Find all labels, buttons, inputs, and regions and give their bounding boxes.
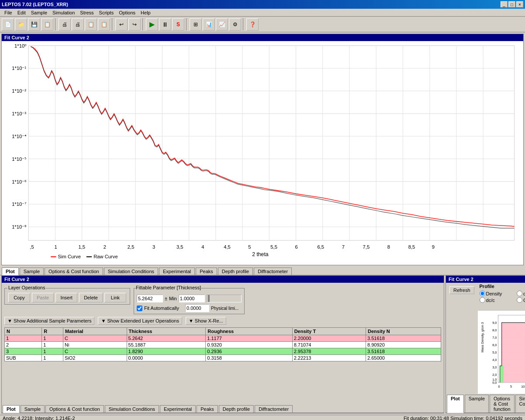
radio-dc-c-input[interactable] [480,297,485,303]
toolbar-stop[interactable]: S [172,18,184,31]
toolbar-help[interactable]: ❓ [246,18,259,31]
toolbar-paste[interactable]: 📋 [98,18,110,31]
close-btn[interactable]: × [516,1,523,7]
radio-density-input[interactable] [480,291,485,296]
chart-area[interactable]: 1*10⁰ 1*10⁻¹ 1*10⁻² 1*10⁻³ 1*10⁻⁴ 1*10⁻⁵… [2,41,523,263]
tab-plot[interactable]: Plot [2,267,19,275]
left-tab-peaks[interactable]: Peaks [197,405,218,413]
tab-sample[interactable]: Sample [20,267,44,275]
toolbar: 📄 📁 💾 📋 🖨 🖨 📋 📋 ↩ ↪ ▶ ⏸ S ⊞ 📊 📈 ⚙ ❓ [0,17,525,32]
menu-options[interactable]: Options [116,10,138,16]
table-row[interactable]: SUB1SiO20.00000.31582.222132.65000 [5,355,441,361]
radio-dc-c-label[interactable]: dc/c [486,298,495,303]
svg-text:9,0: 9,0 [492,321,497,325]
toolbar-undo[interactable]: ↩ [115,18,128,31]
toolbar-print[interactable]: 🖨 [59,18,71,31]
svg-text:1*10⁻⁴: 1*10⁻⁴ [12,134,27,139]
radio-density-label[interactable]: Density [486,291,502,296]
toolbar-new[interactable]: 📄 [2,18,14,31]
menu-file[interactable]: File [2,10,15,16]
tab-depth-profile[interactable]: Depth profile [218,267,253,275]
fittable-value-input[interactable] [137,295,163,302]
radio-conc-x-label[interactable]: Concentration X [523,298,525,303]
main-content: Fit Curve 2 [0,32,525,420]
radio-da-a-label[interactable]: da/a [523,291,525,296]
tab-experimental[interactable]: Experimental [159,267,195,275]
right-tab-options[interactable]: Options & Cost function [490,395,515,413]
show-additional-btn[interactable]: ▼ Show Additional Sample Parameters [4,317,94,325]
toolbar-open[interactable]: 📁 [15,18,27,31]
slider-track[interactable] [207,295,242,302]
insert-button[interactable]: Insert [55,293,77,302]
left-tab-plot[interactable]: Plot [3,405,20,413]
right-tab-sim[interactable]: Simulation Conditions [515,395,525,413]
copy-button[interactable]: Copy [8,293,30,302]
menu-scripts[interactable]: Scripts [97,10,117,16]
top-panel: Fit Curve 2 [1,34,524,265]
toolbar-redo[interactable]: ↪ [128,18,141,31]
radio-conc-x-input[interactable] [517,297,522,303]
radio-da-a-input[interactable] [517,291,522,296]
table-row[interactable]: 31C1.82900.29362.953783.51618 [5,348,441,355]
left-tab-exp[interactable]: Experimental [160,405,196,413]
paste-button[interactable]: Paste [32,293,54,302]
toolbar-sep2 [112,18,114,31]
svg-text:3,0: 3,0 [492,365,497,369]
profile-label: Profile [480,284,494,289]
right-tab-sample[interactable]: Sample [465,395,489,413]
toolbar-pause[interactable]: ⏸ [159,18,171,31]
refresh-button[interactable]: Refresh [449,286,474,294]
menu-simulation[interactable]: Simulation [50,10,77,16]
left-tab-depth[interactable]: Depth profile [219,405,254,413]
fit-auto-checkbox[interactable] [137,305,142,311]
right-tab-plot[interactable]: Plot [447,395,464,413]
toolbar-saveas[interactable]: 📋 [41,18,53,31]
toolbar-run[interactable]: ▶ [146,18,158,31]
table-row[interactable]: 11C5.26421.11772.200003.51618 [5,335,441,342]
menu-edit[interactable]: Edit [15,10,28,16]
horizontal-scrollbar[interactable] [4,361,441,368]
depth-chart[interactable]: 9,0 8,0 7,0 6,0 5,0 4,0 3,0 2,0 1,0 0,0 [478,311,525,394]
fit-auto-label[interactable]: Fit Automatically [144,305,179,311]
toolbar-save[interactable]: 💾 [28,18,40,31]
menu-stress[interactable]: Stress [77,10,96,16]
svg-text:3: 3 [152,244,155,250]
svg-text:2,5: 2,5 [128,244,135,250]
toolbar-settings[interactable]: ⚙ [229,18,241,31]
window-controls[interactable]: _ □ × [501,1,523,7]
tab-options-cost[interactable]: Options & Cost function [45,267,103,275]
toolbar-chart2[interactable]: 📈 [216,18,228,31]
tab-sim-conditions[interactable]: Simulation Conditions [104,267,158,275]
left-tab-sim[interactable]: Simulation Conditions [105,405,159,413]
maximize-btn[interactable]: □ [508,1,515,7]
menu-help[interactable]: Help [138,10,153,16]
delete-button[interactable]: Delete [79,293,103,302]
tab-diffractometer[interactable]: Diffractometer [254,267,292,275]
layer-table: N R Material Thickness Roughness Density… [4,327,441,361]
toolbar-grid[interactable]: ⊞ [190,18,202,31]
toolbar-print2[interactable]: 🖨 [72,18,84,31]
svg-text:2: 2 [104,244,106,250]
left-tab-options[interactable]: Options & Cost function [45,405,104,413]
min-value-input[interactable] [179,295,205,302]
min2-input[interactable] [185,304,209,312]
menu-sample[interactable]: Sample [28,10,50,16]
top-panel-title: Fit Curve 2 [2,34,523,41]
toolbar-copy[interactable]: 📋 [85,18,97,31]
show-xr-btn[interactable]: ▼ Show X-Re... [186,317,226,325]
link-button[interactable]: Link [104,293,126,302]
layer-table-body: 11C5.26421.11772.200003.5161821Ni55.1887… [5,335,441,361]
right-panel-title: Fit Curve 2 [446,276,525,283]
tab-peaks[interactable]: Peaks [196,267,217,275]
minimize-btn[interactable]: _ [501,1,508,7]
layer-ops-group: Layer Operations Copy Paste Insert Delet… [4,288,130,305]
depth-profile-title: Depth profile [478,304,525,311]
svg-rect-56 [86,256,92,257]
left-tab-sample[interactable]: Sample [21,405,45,413]
left-tab-diffract[interactable]: Diffractometer [255,405,293,413]
svg-text:1*10⁻³: 1*10⁻³ [12,111,26,116]
toolbar-chart[interactable]: 📊 [203,18,215,31]
show-extended-btn[interactable]: ▼ Show Extended Layer Operations [98,317,182,325]
table-row[interactable]: 21Ni55.18870.93208.710748.90920 [5,342,441,348]
svg-text:1: 1 [54,244,57,250]
